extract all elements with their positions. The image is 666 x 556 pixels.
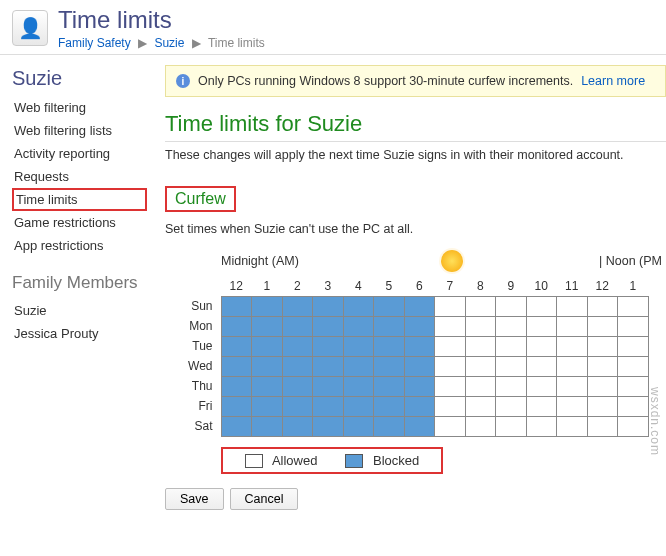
schedule-cell[interactable] — [313, 416, 344, 436]
schedule-cell[interactable] — [618, 396, 649, 416]
schedule-cell[interactable] — [618, 376, 649, 396]
schedule-cell[interactable] — [587, 316, 618, 336]
schedule-cell[interactable] — [435, 396, 466, 416]
schedule-cell[interactable] — [618, 416, 649, 436]
schedule-cell[interactable] — [526, 376, 557, 396]
schedule-cell[interactable] — [587, 296, 618, 316]
schedule-cell[interactable] — [343, 316, 374, 336]
schedule-cell[interactable] — [282, 336, 313, 356]
schedule-cell[interactable] — [496, 376, 527, 396]
schedule-cell[interactable] — [252, 396, 283, 416]
schedule-cell[interactable] — [221, 416, 252, 436]
schedule-cell[interactable] — [587, 336, 618, 356]
schedule-cell[interactable] — [526, 296, 557, 316]
schedule-cell[interactable] — [435, 376, 466, 396]
schedule-cell[interactable] — [526, 356, 557, 376]
schedule-cell[interactable] — [221, 356, 252, 376]
schedule-cell[interactable] — [282, 416, 313, 436]
learn-more-link[interactable]: Learn more — [581, 74, 645, 88]
schedule-cell[interactable] — [404, 356, 435, 376]
sidebar-item-web-filtering-lists[interactable]: Web filtering lists — [12, 119, 147, 142]
schedule-cell[interactable] — [221, 336, 252, 356]
schedule-cell[interactable] — [618, 296, 649, 316]
schedule-cell[interactable] — [435, 316, 466, 336]
schedule-cell[interactable] — [252, 296, 283, 316]
schedule-cell[interactable] — [465, 376, 496, 396]
schedule-cell[interactable] — [587, 416, 618, 436]
schedule-cell[interactable] — [526, 316, 557, 336]
schedule-cell[interactable] — [374, 336, 405, 356]
schedule-cell[interactable] — [404, 316, 435, 336]
schedule-cell[interactable] — [343, 416, 374, 436]
schedule-cell[interactable] — [343, 396, 374, 416]
schedule-cell[interactable] — [557, 356, 588, 376]
schedule-cell[interactable] — [557, 336, 588, 356]
schedule-cell[interactable] — [526, 396, 557, 416]
schedule-cell[interactable] — [282, 296, 313, 316]
sidebar-item-web-filtering[interactable]: Web filtering — [12, 96, 147, 119]
schedule-cell[interactable] — [496, 336, 527, 356]
sidebar-item-activity-reporting[interactable]: Activity reporting — [12, 142, 147, 165]
schedule-cell[interactable] — [313, 396, 344, 416]
schedule-cell[interactable] — [282, 356, 313, 376]
schedule-cell[interactable] — [221, 396, 252, 416]
schedule-cell[interactable] — [282, 376, 313, 396]
schedule-cell[interactable] — [557, 296, 588, 316]
breadcrumb-root[interactable]: Family Safety — [58, 36, 131, 50]
breadcrumb-user[interactable]: Suzie — [154, 36, 184, 50]
schedule-cell[interactable] — [587, 396, 618, 416]
schedule-cell[interactable] — [221, 316, 252, 336]
cancel-button[interactable]: Cancel — [230, 488, 299, 510]
schedule-cell[interactable] — [557, 416, 588, 436]
schedule-cell[interactable] — [435, 356, 466, 376]
save-button[interactable]: Save — [165, 488, 224, 510]
schedule-cell[interactable] — [465, 336, 496, 356]
schedule-cell[interactable] — [374, 416, 405, 436]
schedule-cell[interactable] — [618, 356, 649, 376]
schedule-cell[interactable] — [374, 376, 405, 396]
family-member-item[interactable]: Jessica Prouty — [12, 322, 147, 345]
schedule-cell[interactable] — [557, 396, 588, 416]
schedule-cell[interactable] — [404, 416, 435, 436]
schedule-cell[interactable] — [557, 376, 588, 396]
schedule-cell[interactable] — [252, 376, 283, 396]
schedule-cell[interactable] — [343, 296, 374, 316]
schedule-cell[interactable] — [618, 316, 649, 336]
schedule-cell[interactable] — [313, 296, 344, 316]
schedule-cell[interactable] — [374, 356, 405, 376]
schedule-grid[interactable]: 121234567891011121SunMonTueWedThuFriSat — [165, 276, 649, 437]
sidebar-item-app-restrictions[interactable]: App restrictions — [12, 234, 147, 257]
schedule-cell[interactable] — [404, 296, 435, 316]
schedule-cell[interactable] — [496, 396, 527, 416]
family-member-item[interactable]: Suzie — [12, 299, 147, 322]
schedule-cell[interactable] — [252, 416, 283, 436]
schedule-cell[interactable] — [282, 316, 313, 336]
schedule-cell[interactable] — [465, 396, 496, 416]
schedule-cell[interactable] — [374, 296, 405, 316]
schedule-cell[interactable] — [465, 416, 496, 436]
schedule-cell[interactable] — [404, 396, 435, 416]
schedule-cell[interactable] — [465, 356, 496, 376]
schedule-cell[interactable] — [282, 396, 313, 416]
schedule-cell[interactable] — [435, 296, 466, 316]
schedule-cell[interactable] — [313, 376, 344, 396]
schedule-cell[interactable] — [526, 336, 557, 356]
schedule-cell[interactable] — [618, 336, 649, 356]
schedule-cell[interactable] — [221, 296, 252, 316]
schedule-cell[interactable] — [374, 316, 405, 336]
schedule-cell[interactable] — [374, 396, 405, 416]
schedule-cell[interactable] — [252, 316, 283, 336]
schedule-cell[interactable] — [252, 356, 283, 376]
schedule-cell[interactable] — [313, 356, 344, 376]
schedule-cell[interactable] — [496, 296, 527, 316]
schedule-cell[interactable] — [313, 336, 344, 356]
schedule-cell[interactable] — [221, 376, 252, 396]
schedule-cell[interactable] — [526, 416, 557, 436]
schedule-cell[interactable] — [435, 416, 466, 436]
schedule-cell[interactable] — [252, 336, 283, 356]
schedule-cell[interactable] — [496, 316, 527, 336]
schedule-cell[interactable] — [465, 296, 496, 316]
schedule-cell[interactable] — [343, 356, 374, 376]
schedule-cell[interactable] — [557, 316, 588, 336]
schedule-cell[interactable] — [435, 336, 466, 356]
